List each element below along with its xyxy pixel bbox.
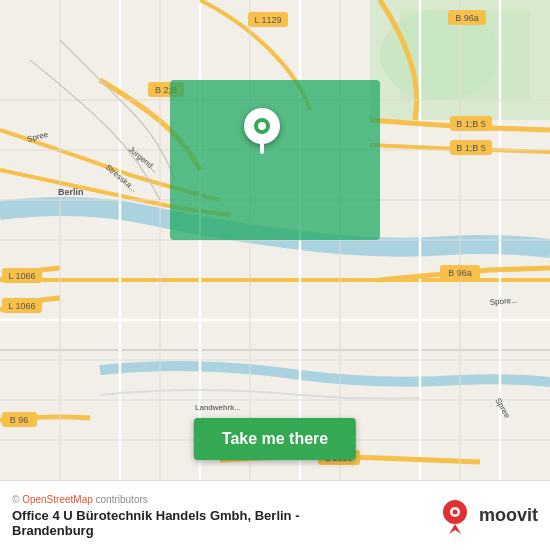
moovit-icon	[435, 496, 475, 536]
svg-text:Spore...: Spore...	[489, 296, 518, 307]
pin-inner	[254, 118, 270, 134]
svg-text:Landwehrk...: Landwehrk...	[195, 403, 241, 412]
pin-outer	[244, 108, 280, 144]
highlight-area	[170, 80, 380, 240]
map-container: B 96a L 1129 B 2;B B 1;B 5 B 1;B 5 L 106…	[0, 0, 550, 480]
map-svg: B 96a L 1129 B 2;B B 1;B 5 B 1;B 5 L 106…	[0, 0, 550, 480]
svg-text:L 1129: L 1129	[254, 15, 281, 25]
osm-link[interactable]: OpenStreetMap	[22, 494, 93, 505]
info-bar: © OpenStreetMap contributors Office 4 U …	[0, 480, 550, 550]
svg-text:L 1066: L 1066	[8, 271, 35, 281]
svg-text:B 96a: B 96a	[455, 13, 479, 23]
svg-text:B 1;B 5: B 1;B 5	[456, 119, 486, 129]
pin-tail	[260, 144, 264, 154]
svg-text:B 1;B 5: B 1;B 5	[456, 143, 486, 153]
business-name: Office 4 U Bürotechnik Handels Gmbh, Ber…	[12, 508, 300, 538]
svg-text:B 96: B 96	[10, 415, 29, 425]
attribution: © OpenStreetMap contributors	[12, 494, 300, 505]
svg-text:Berlin: Berlin	[58, 187, 84, 197]
svg-text:B 96a: B 96a	[448, 268, 472, 278]
location-pin	[244, 108, 280, 152]
svg-text:L 1066: L 1066	[8, 301, 35, 311]
info-left: © OpenStreetMap contributors Office 4 U …	[12, 494, 300, 538]
svg-point-32	[452, 509, 457, 514]
moovit-logo: moovit	[435, 496, 538, 536]
moovit-text: moovit	[479, 505, 538, 526]
take-me-there-button[interactable]: Take me there	[194, 418, 356, 460]
